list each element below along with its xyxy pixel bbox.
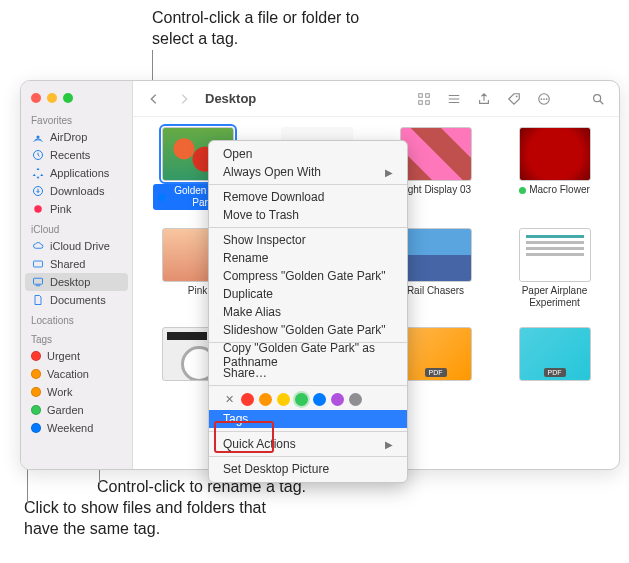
sidebar-item-label: Recents [50,149,90,161]
svg-point-15 [594,94,601,101]
tag-color-orange[interactable] [259,393,272,406]
ctx-tag-colors: ✕ [209,389,407,410]
svg-point-3 [34,205,42,213]
tag-dot-icon [31,369,41,379]
file-label: Light Display 03 [400,184,471,196]
file-label: Paper Airplane Experiment [510,285,600,309]
file-label: Rail Chasers [407,285,464,297]
sidebar-item-applications[interactable]: Applications [21,164,132,182]
file-item[interactable]: Paper Airplane Experiment [502,228,607,309]
sidebar-item-documents[interactable]: Documents [21,291,132,309]
svg-point-13 [543,98,545,100]
file-thumbnail [400,228,472,282]
sidebar-item-airdrop[interactable]: AirDrop [21,128,132,146]
sidebar-item-label: Urgent [47,350,80,362]
ctx-rename[interactable]: Rename [209,249,407,267]
tag-icon [31,203,44,216]
sidebar-item-label: Weekend [47,422,93,434]
desktop-icon [31,276,44,289]
clock-icon [31,149,44,162]
forward-button[interactable] [173,88,195,110]
ctx-slideshow[interactable]: Slideshow "Golden Gate Park" [209,321,407,339]
ctx-duplicate[interactable]: Duplicate [209,285,407,303]
sidebar-item-label: AirDrop [50,131,87,143]
tag-color-red[interactable] [241,393,254,406]
sidebar-item-label: Documents [50,294,106,306]
tag-color-yellow[interactable] [277,393,290,406]
sidebar-item-desktop[interactable]: Desktop [25,273,128,291]
close-icon[interactable] [31,93,41,103]
sidebar-item-recents[interactable]: Recents [21,146,132,164]
ctx-tags[interactable]: Tags… [209,410,407,428]
tag-color-gray[interactable] [349,393,362,406]
tag-dot-icon [31,405,41,415]
ctx-compress[interactable]: Compress "Golden Gate Park" [209,267,407,285]
sidebar-item-pink[interactable]: Pink [21,200,132,218]
tag-dot-icon [31,387,41,397]
ctx-set-desktop-picture[interactable]: Set Desktop Picture [209,460,407,478]
sidebar-item-label: Applications [50,167,109,179]
ctx-make-alias[interactable]: Make Alias [209,303,407,321]
sidebar-tag-weekend[interactable]: Weekend [21,419,132,437]
svg-rect-5 [33,278,42,284]
sidebar-item-shared[interactable]: Shared [21,255,132,273]
ctx-always-open-with[interactable]: Always Open With▶ [209,163,407,181]
file-item[interactable]: Macro Flower [502,127,607,210]
sidebar-item-label: Garden [47,404,84,416]
download-icon [31,185,44,198]
back-button[interactable] [143,88,165,110]
pdf-badge: PDF [544,368,566,377]
chevron-right-icon: ▶ [385,439,393,450]
share-button[interactable] [473,88,495,110]
sidebar-item-iclouddrive[interactable]: iCloud Drive [21,237,132,255]
ctx-show-inspector[interactable]: Show Inspector [209,231,407,249]
clear-tag-icon[interactable]: ✕ [223,393,236,406]
svg-point-12 [541,98,543,100]
shared-icon [31,258,44,271]
section-locations: Locations [21,309,132,328]
view-icon-button[interactable] [413,88,435,110]
context-menu: Open Always Open With▶ Remove Download M… [208,140,408,483]
airdrop-icon [31,131,44,144]
tag-color-green[interactable] [295,393,308,406]
tag-color-purple[interactable] [331,393,344,406]
svg-rect-9 [426,100,430,104]
tag-dot-icon [31,423,41,433]
more-button[interactable] [533,88,555,110]
sidebar-tag-urgent[interactable]: Urgent [21,347,132,365]
sidebar-tag-garden[interactable]: Garden [21,401,132,419]
ctx-open[interactable]: Open [209,145,407,163]
file-item[interactable]: PDF [502,327,607,381]
window-title: Desktop [205,91,256,106]
file-thumbnail [400,127,472,181]
sidebar-item-downloads[interactable]: Downloads [21,182,132,200]
sidebar-tag-work[interactable]: Work [21,383,132,401]
file-thumbnail [519,127,591,181]
minimize-icon[interactable] [47,93,57,103]
annotation-bot: Click to show files and folders that hav… [24,498,284,540]
sidebar-item-label: iCloud Drive [50,240,110,252]
ctx-separator [209,385,407,386]
annotation-top: Control-click a file or folder to select… [152,8,362,50]
sidebar-item-label: Desktop [50,276,90,288]
ctx-move-to-trash[interactable]: Move to Trash [209,206,407,224]
sidebar-tag-vacation[interactable]: Vacation [21,365,132,383]
fullscreen-icon[interactable] [63,93,73,103]
search-button[interactable] [587,88,609,110]
svg-point-10 [516,95,518,97]
svg-rect-4 [33,261,42,267]
ctx-remove-download[interactable]: Remove Download [209,188,407,206]
svg-rect-7 [426,93,430,97]
tag-dot-icon [158,194,165,201]
doc-icon [31,294,44,307]
group-button[interactable] [443,88,465,110]
tag-color-blue[interactable] [313,393,326,406]
ctx-separator [209,227,407,228]
ctx-quick-actions[interactable]: Quick Actions▶ [209,435,407,453]
ctx-copy-pathname[interactable]: Copy "Golden Gate Park" as Pathname [209,346,407,364]
tag-button[interactable] [503,88,525,110]
sidebar-item-label: Shared [50,258,85,270]
svg-rect-6 [419,93,423,97]
toolbar: Desktop [133,81,619,117]
section-tags: Tags [21,328,132,347]
